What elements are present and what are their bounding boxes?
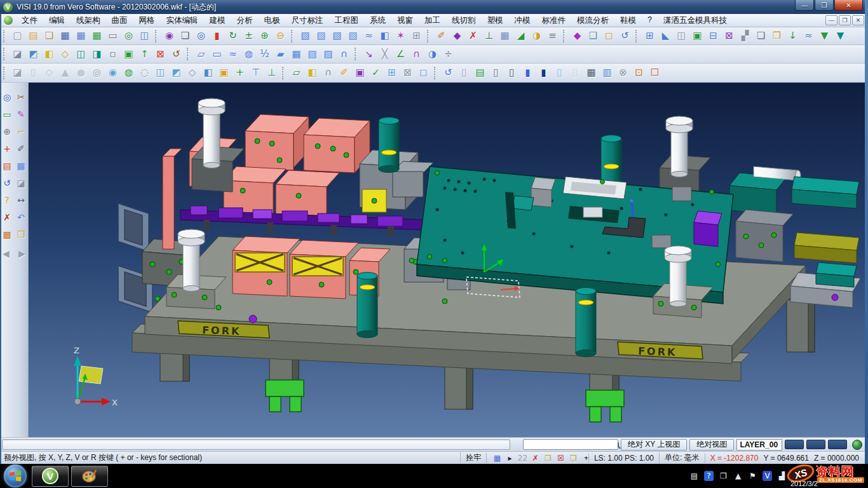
feature-frame-icon[interactable]: ⊠ [400, 65, 416, 81]
menu-item[interactable]: 网格 [133, 15, 161, 26]
apply-feature-icon[interactable]: ✓ [368, 65, 384, 81]
sketch-pencil-icon[interactable]: ✐ [15, 142, 28, 156]
surface-blend-icon[interactable]: ▧ [345, 29, 361, 44]
solid-delete-icon[interactable]: ⊠ [153, 46, 168, 62]
face-edit-icon[interactable]: ◨ [89, 46, 105, 62]
delete-red-icon[interactable]: ✗ [530, 453, 541, 463]
toolbar-grip[interactable] [155, 30, 159, 43]
hole-wizard-icon[interactable]: ⊗ [615, 65, 631, 81]
menu-item[interactable]: 尺寸标注 [286, 15, 329, 26]
visi-tray-icon[interactable]: V [763, 471, 772, 481]
visibility-refresh-icon[interactable]: ↻ [225, 29, 241, 44]
surface-renumber-icon[interactable]: ⊞ [409, 29, 424, 44]
menu-item[interactable]: 系统 [364, 15, 391, 26]
lock-toggle[interactable]: 拴牢 [460, 452, 486, 463]
hole-counterbore-icon[interactable]: ▯ [488, 65, 504, 81]
tool-palette-icon[interactable]: ▤ [1, 159, 14, 173]
mdi-close-button[interactable]: ✕ [852, 15, 864, 25]
arch-feature-icon[interactable]: ∩ [320, 65, 336, 81]
pocket-feature-icon[interactable]: ▣ [352, 65, 368, 81]
hole-slot-icon[interactable]: ▥ [599, 65, 615, 81]
toolbar-grip[interactable] [3, 48, 8, 60]
pair-link-icon[interactable]: 22 [517, 453, 528, 463]
lid-solid-icon[interactable]: ◧ [200, 65, 216, 81]
profile-corner-icon[interactable]: ⌐ [15, 125, 28, 139]
import-press-icon[interactable]: ▼ [817, 29, 832, 44]
surface-offset-icon[interactable]: ▧ [297, 29, 313, 44]
search-input[interactable] [524, 440, 618, 449]
attribute-tools-icon[interactable]: ▩ [1, 227, 14, 241]
view-preset-button-2[interactable] [806, 440, 825, 449]
menu-item[interactable]: 潇洒五金模具科技 [658, 15, 733, 26]
sphere-subtract-icon[interactable]: ◍ [121, 65, 137, 81]
save-icon[interactable]: ▦ [57, 29, 73, 44]
face-remove-icon[interactable]: ◫ [73, 46, 89, 62]
solid-unfold-icon[interactable]: ◇ [57, 46, 73, 62]
mdi-restore-button[interactable]: ❐ [839, 15, 851, 25]
globe-icon[interactable] [852, 440, 862, 450]
show-hidden-icons-icon[interactable]: ▲ [733, 471, 743, 481]
close-button[interactable]: ✕ [834, 0, 863, 11]
plane-surface-icon[interactable]: ▱ [193, 46, 209, 62]
surface-ruled-icon[interactable]: ▨ [320, 46, 336, 62]
show-entities-icon[interactable]: ⊕ [257, 29, 273, 44]
face-pull-icon[interactable]: ↑ [137, 46, 153, 62]
hole-plain-icon[interactable]: ▯ [456, 65, 472, 81]
menu-item[interactable]: 电极 [259, 15, 286, 26]
menu-item[interactable]: 编辑 [43, 15, 71, 26]
shaded-view-icon[interactable]: ◪ [15, 176, 28, 190]
absolute-view-button[interactable]: 绝对视图 [689, 439, 734, 451]
print-icon[interactable]: ▭ [105, 29, 121, 44]
stamp-bottom-icon[interactable]: ⊥ [264, 65, 280, 81]
paste-entity-icon[interactable]: ❒ [769, 29, 785, 44]
render-traffic-light-icon[interactable]: ▮ [209, 29, 225, 44]
menu-item[interactable]: ? [642, 15, 658, 24]
translate-down-icon[interactable]: ↓ [785, 29, 801, 44]
menu-item[interactable]: 线架构 [71, 15, 106, 26]
rotate-model-icon[interactable]: ↺ [617, 29, 633, 44]
solid-rotate-icon[interactable]: ◩ [25, 46, 41, 62]
layer-selector[interactable]: LAYER_00 [736, 439, 782, 451]
kernel-box-icon[interactable]: ◻ [601, 29, 617, 44]
command-prompt-bar[interactable] [2, 439, 510, 450]
grid-plane-icon[interactable]: ▦ [15, 159, 28, 173]
fixture-clamp-icon[interactable]: ⊥ [481, 29, 497, 44]
menu-item[interactable]: 加工 [419, 15, 446, 26]
toolbar-grip[interactable] [434, 67, 438, 79]
insert-body-icon[interactable]: ▣ [689, 29, 705, 44]
box-plain-icon[interactable]: ❒ [568, 453, 579, 463]
stamp-top-icon[interactable]: ⊤ [248, 65, 264, 81]
surface-extend-icon[interactable]: ▧ [329, 29, 345, 44]
grab-cube-icon[interactable]: ◻ [416, 65, 431, 81]
menu-item[interactable]: 视窗 [391, 15, 419, 26]
corner-solid-icon[interactable]: ◩ [168, 65, 184, 81]
sphere-union-icon[interactable]: ◉ [105, 65, 121, 81]
curvature-shade-icon[interactable]: ◑ [529, 29, 545, 44]
divide-curve-icon[interactable]: ÷ [440, 46, 456, 62]
keyboard-icon[interactable]: ▤ [689, 471, 699, 481]
menu-item[interactable]: 文件 [16, 15, 43, 26]
snap-grid-icon[interactable]: ▦ [492, 453, 503, 463]
open-file-icon[interactable]: ▤ [25, 29, 41, 44]
surface-half-icon[interactable]: ½ [257, 46, 273, 62]
hole-custom-icon[interactable]: ⊡ [631, 65, 647, 81]
toolbar-grip[interactable] [291, 30, 295, 43]
menu-item[interactable]: 冲模 [509, 15, 536, 26]
view-preset-button-1[interactable] [785, 440, 804, 449]
open-copy-icon[interactable]: ❏ [41, 29, 57, 44]
workplane-confirm-icon[interactable]: ▱ [288, 65, 304, 81]
backup-save-icon[interactable]: ▦ [497, 29, 513, 44]
menu-item[interactable]: 分析 [231, 15, 259, 26]
help-center-icon[interactable]: ? [704, 471, 714, 481]
solid-key-icon[interactable]: ▣ [121, 46, 137, 62]
new-document-icon[interactable]: ▢ [10, 29, 25, 44]
toolbar-grip[interactable] [187, 48, 191, 60]
hide-entities-icon[interactable]: ⊖ [273, 29, 288, 44]
edge-analysis-icon[interactable]: ◆ [449, 29, 465, 44]
material-gem-icon[interactable]: ◆ [569, 29, 585, 44]
silhouette-curve-icon[interactable]: ◑ [424, 46, 440, 62]
menu-item[interactable]: 曲面 [106, 15, 133, 26]
align-solids-icon[interactable]: + [232, 65, 248, 81]
visibility-brush-icon[interactable]: ◉ [161, 29, 177, 44]
cube-face-yellow-icon[interactable]: ◧ [304, 65, 320, 81]
